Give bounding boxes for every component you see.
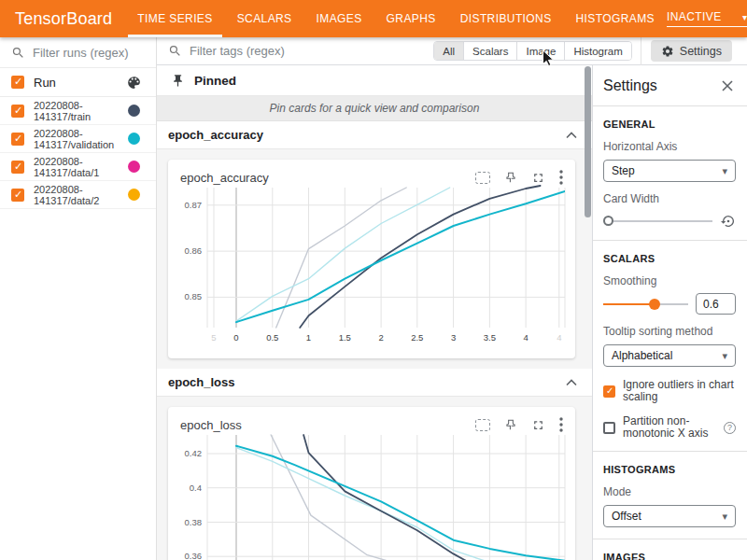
settings-panel: Settings GENERAL Horizontal Axis Step Ca… xyxy=(592,65,747,560)
slider-knob[interactable] xyxy=(649,299,660,310)
filter-all-button[interactable]: All xyxy=(434,42,463,60)
select-all-runs-checkbox[interactable] xyxy=(11,76,24,89)
filter-histogram-button[interactable]: Histogram xyxy=(564,42,630,60)
tab-time-series[interactable]: TIME SERIES xyxy=(125,0,224,37)
run-label-line1: 20220808- xyxy=(34,184,99,195)
svg-text:0.87: 0.87 xyxy=(185,200,203,210)
chevron-up-icon[interactable] xyxy=(566,132,577,139)
chevron-up-icon[interactable] xyxy=(566,379,577,386)
tags-toolbar: All Scalars Image Histogram Settings xyxy=(157,37,747,65)
svg-text:1: 1 xyxy=(306,332,311,343)
card-title: epoch_accuracy xyxy=(180,171,269,185)
data-selection-icon[interactable] xyxy=(475,172,490,184)
run-row-train[interactable]: 20220808- 141317/train xyxy=(0,97,156,125)
run-checkbox[interactable] xyxy=(11,189,24,202)
data-selection-icon[interactable] xyxy=(475,419,490,431)
run-label-line1: 20220808- xyxy=(34,100,91,111)
run-row-validation[interactable]: 20220808- 141317/validation xyxy=(0,125,156,153)
epoch-accuracy-zone: epoch_accuracy xyxy=(157,149,592,369)
histogram-mode-select[interactable]: Offset xyxy=(603,505,736,527)
reset-icon[interactable] xyxy=(721,214,736,229)
search-icon xyxy=(11,46,25,60)
run-checkbox[interactable] xyxy=(11,133,24,146)
card-title: epoch_loss xyxy=(180,418,242,432)
epoch-accuracy-chart[interactable]: 500.511.522.533.5440.850.860.87 xyxy=(168,185,575,349)
filter-runs-input[interactable] xyxy=(33,46,141,60)
pin-card-icon[interactable] xyxy=(504,418,517,431)
run-label-line2: 141317/data/1 xyxy=(34,167,99,178)
pinned-title: Pinned xyxy=(194,74,236,88)
partition-x-axis-row[interactable]: Partition non-monotonic X axis xyxy=(603,415,736,440)
scrollbar-thumb[interactable] xyxy=(585,66,591,217)
run-checkbox[interactable] xyxy=(11,161,24,174)
histogram-mode-label: Mode xyxy=(603,485,736,498)
slider-knob[interactable] xyxy=(603,216,613,226)
svg-text:1.5: 1.5 xyxy=(339,332,351,343)
palette-icon[interactable] xyxy=(126,75,142,91)
pin-icon xyxy=(171,74,185,88)
ignore-outliers-row[interactable]: Ignore outliers in chart scaling xyxy=(603,379,736,403)
epoch-loss-card: epoch_loss xyxy=(168,407,575,560)
run-color-dot[interactable] xyxy=(128,189,140,201)
tab-images[interactable]: IMAGES xyxy=(304,0,374,37)
nav-tabs: TIME SERIES SCALARS IMAGES GRAPHS DISTRI… xyxy=(125,0,667,37)
tooltip-sorting-select[interactable]: Alphabetical xyxy=(603,344,736,367)
section-epoch-loss[interactable]: epoch_loss xyxy=(157,369,592,397)
gear-icon xyxy=(661,45,674,58)
tab-scalars[interactable]: SCALARS xyxy=(225,0,304,37)
chevron-down-icon: ▾ xyxy=(742,12,747,22)
section-epoch-accuracy[interactable]: epoch_accuracy xyxy=(157,121,592,149)
run-row-data-1[interactable]: 20220808- 141317/data/1 xyxy=(0,153,156,181)
epoch-loss-chart[interactable]: 0.420.40.380.36 xyxy=(168,432,575,560)
card-width-slider[interactable] xyxy=(603,215,712,228)
fullscreen-icon[interactable] xyxy=(531,418,545,432)
horizontal-axis-label: Horizontal Axis xyxy=(603,140,736,153)
run-label-line2: 141317/validation xyxy=(34,139,114,150)
svg-text:2: 2 xyxy=(378,332,383,343)
toolbar-divider xyxy=(641,37,641,65)
header-actions: INACTIVE ▾ xyxy=(667,7,747,31)
filter-image-button[interactable]: Image xyxy=(516,42,564,60)
run-checkbox[interactable] xyxy=(11,105,24,118)
card-width-label: Card Width xyxy=(603,192,736,205)
tab-histograms[interactable]: HISTOGRAMS xyxy=(564,0,667,37)
filter-scalars-button[interactable]: Scalars xyxy=(463,42,516,60)
svg-text:2.5: 2.5 xyxy=(411,332,423,343)
run-list-header: Run xyxy=(0,68,156,97)
run-color-dot[interactable] xyxy=(128,105,140,117)
close-icon[interactable] xyxy=(721,79,734,92)
svg-text:0.85: 0.85 xyxy=(185,291,203,301)
tensorboard-app: TensorBoard TIME SERIES SCALARS IMAGES G… xyxy=(0,0,747,560)
partition-x-axis-checkbox[interactable] xyxy=(603,422,615,434)
run-label-line2: 141317/train xyxy=(34,111,91,122)
run-row-data-2[interactable]: 20220808- 141317/data/2 xyxy=(0,181,156,209)
settings-button[interactable]: Settings xyxy=(651,40,732,62)
run-label-line2: 141317/data/2 xyxy=(34,195,99,206)
runs-sidebar: Run 20220808- 141317/train 20220808- 141… xyxy=(0,37,157,560)
pin-hint: Pin cards for a quick view and compariso… xyxy=(157,96,592,121)
ignore-outliers-checkbox[interactable] xyxy=(603,385,615,398)
tab-graphs[interactable]: GRAPHS xyxy=(374,0,448,37)
kebab-menu-icon[interactable] xyxy=(559,417,563,432)
pin-card-icon[interactable] xyxy=(504,171,517,184)
kebab-menu-icon[interactable] xyxy=(559,170,563,185)
filter-runs-row xyxy=(0,37,156,68)
run-color-dot[interactable] xyxy=(128,133,140,145)
smoothing-value-input[interactable]: 0.6 xyxy=(696,293,736,315)
run-status-dropdown[interactable]: INACTIVE ▾ xyxy=(667,10,747,27)
app-header: TensorBoard TIME SERIES SCALARS IMAGES G… xyxy=(0,0,747,37)
filter-tags-input[interactable] xyxy=(190,44,358,58)
filter-tags-search xyxy=(168,44,433,58)
epoch-loss-zone: epoch_loss xyxy=(157,397,592,560)
main-scrollbar[interactable] xyxy=(585,65,592,560)
run-color-dot[interactable] xyxy=(128,161,140,173)
images-section-label: IMAGES xyxy=(603,552,736,560)
fullscreen-icon[interactable] xyxy=(531,171,545,185)
histograms-section-label: HISTOGRAMS xyxy=(603,464,736,475)
svg-text:0.38: 0.38 xyxy=(185,517,203,527)
svg-text:0.4: 0.4 xyxy=(190,483,202,493)
smoothing-slider[interactable] xyxy=(603,298,688,311)
help-circle-icon[interactable] xyxy=(724,422,736,434)
horizontal-axis-select[interactable]: Step xyxy=(603,160,736,182)
tab-distributions[interactable]: DISTRIBUTIONS xyxy=(448,0,564,37)
